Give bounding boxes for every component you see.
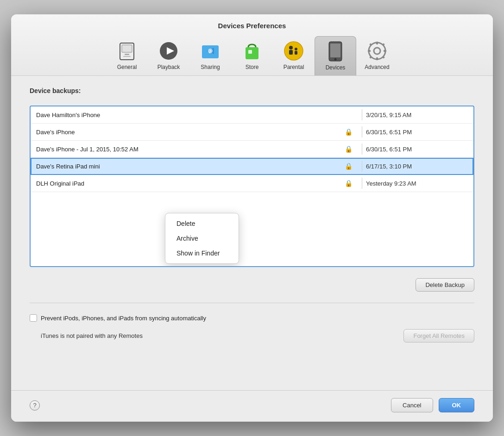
svg-rect-22 (376, 42, 378, 44)
tab-sharing[interactable]: ♪ Sharing (189, 36, 231, 75)
col-divider (362, 143, 362, 155)
table-row[interactable]: Dave's iPhone 🔒 6/30/15, 6:51 PM (31, 124, 473, 141)
tab-general[interactable]: General (106, 36, 148, 75)
tab-playback-label: Playback (158, 64, 180, 70)
lock-icon: 🔒 (345, 128, 353, 136)
forget-all-remotes-button[interactable]: Forget All Remotes (403, 329, 474, 343)
backup-name-cell: DLH Original iPad (36, 180, 345, 187)
svg-rect-16 (295, 51, 297, 55)
svg-text:♪: ♪ (208, 47, 212, 55)
tab-parental-label: Parental (284, 64, 304, 70)
context-menu: Delete Archive Show in Finder (165, 213, 239, 264)
svg-rect-1 (122, 45, 132, 52)
prevent-sync-row: Prevent iPods, iPhones, and iPads from s… (30, 314, 474, 322)
dialog-title: Devices Preferences (20, 22, 484, 30)
backup-rows: Dave Hamilton's iPhone 3/20/15, 9:15 AM … (31, 106, 473, 266)
delete-backup-button[interactable]: Delete Backup (416, 278, 474, 292)
tab-devices-label: Devices (326, 64, 346, 71)
prevent-sync-checkbox[interactable] (30, 314, 37, 322)
svg-point-21 (374, 48, 380, 54)
backup-table: Dave Hamilton's iPhone 3/20/15, 9:15 AM … (30, 106, 474, 267)
backup-date-cell: 6/30/15, 6:51 PM (366, 146, 468, 153)
svg-rect-14 (289, 50, 293, 55)
separator (30, 303, 474, 303)
content-area: Device backups: Dave Hamilton's iPhone 3… (11, 76, 493, 390)
context-menu-show-in-finder[interactable]: Show in Finder (165, 246, 239, 261)
cancel-button[interactable]: Cancel (391, 398, 433, 412)
svg-rect-25 (384, 50, 386, 52)
table-row[interactable]: Dave's Retina iPad mini 🔒 6/17/15, 3:10 … (31, 158, 473, 175)
tab-store[interactable]: Store (231, 36, 273, 75)
general-icon (116, 40, 138, 62)
table-row[interactable]: Dave Hamilton's iPhone 3/20/15, 9:15 AM (31, 106, 473, 124)
table-row[interactable]: Dave's iPhone - Jul 1, 2015, 10:52 AM 🔒 … (31, 141, 473, 158)
advanced-icon (366, 40, 388, 62)
svg-rect-24 (368, 50, 371, 52)
ok-button[interactable]: OK (439, 398, 475, 412)
tab-store-label: Store (246, 64, 259, 70)
backup-date-cell: Yesterday 9:23 AM (366, 180, 468, 187)
backup-name-cell: Dave's Retina iPad mini (36, 163, 345, 170)
svg-point-13 (289, 46, 293, 50)
svg-rect-2 (125, 54, 129, 55)
tab-sharing-label: Sharing (201, 64, 220, 70)
lock-icon: 🔒 (345, 145, 353, 153)
toolbar: General Playback (20, 36, 484, 75)
context-menu-delete[interactable]: Delete (165, 216, 239, 231)
backup-date-cell: 3/20/15, 9:15 AM (366, 112, 468, 118)
backup-name-cell: Dave's iPhone - Jul 1, 2015, 10:52 AM (36, 146, 345, 153)
col-divider (362, 126, 362, 137)
footer: ? Cancel OK (11, 390, 493, 422)
svg-point-15 (295, 48, 297, 50)
backup-date-cell: 6/30/15, 6:51 PM (366, 129, 468, 136)
remotes-row: iTunes is not paired with any Remotes Fo… (30, 329, 474, 343)
backup-name-cell: Dave's iPhone (36, 129, 345, 136)
delete-backup-row: Delete Backup (30, 278, 474, 292)
backup-date-cell: 6/17/15, 3:10 PM (366, 163, 468, 170)
table-row[interactable]: DLH Original iPad 🔒 Yesterday 9:23 AM (31, 175, 473, 192)
prevent-sync-label: Prevent iPods, iPhones, and iPads from s… (41, 315, 206, 322)
tab-general-label: General (117, 64, 137, 70)
context-menu-archive[interactable]: Archive (165, 231, 239, 246)
svg-rect-23 (376, 57, 378, 60)
help-button[interactable]: ? (30, 400, 40, 411)
remotes-text: iTunes is not paired with any Remotes (41, 332, 143, 339)
backups-section-label: Device backups: (30, 87, 474, 94)
tab-parental[interactable]: Parental (273, 36, 315, 75)
lock-icon: 🔒 (345, 162, 353, 170)
tab-advanced-label: Advanced (365, 64, 389, 70)
sharing-icon: ♪ (199, 40, 221, 62)
parental-icon (283, 40, 305, 62)
playback-icon (158, 40, 180, 62)
svg-point-19 (334, 58, 337, 61)
table-empty-space (31, 192, 473, 266)
store-icon (241, 40, 263, 62)
footer-buttons: Cancel OK (391, 398, 474, 412)
svg-rect-3 (123, 56, 131, 57)
title-bar: Devices Preferences General (11, 14, 493, 76)
backup-name-cell: Dave Hamilton's iPhone (36, 112, 358, 118)
tab-advanced[interactable]: Advanced (356, 36, 398, 75)
svg-rect-11 (248, 50, 252, 54)
tab-playback[interactable]: Playback (148, 36, 189, 75)
preferences-dialog: Devices Preferences General (11, 14, 493, 422)
col-divider (362, 178, 362, 189)
lock-icon: 🔒 (345, 180, 353, 187)
col-divider (362, 109, 362, 120)
tab-devices[interactable]: Devices (315, 36, 356, 75)
col-divider (362, 161, 362, 172)
devices-icon (324, 40, 346, 62)
svg-rect-18 (330, 44, 340, 57)
svg-point-12 (284, 42, 303, 60)
